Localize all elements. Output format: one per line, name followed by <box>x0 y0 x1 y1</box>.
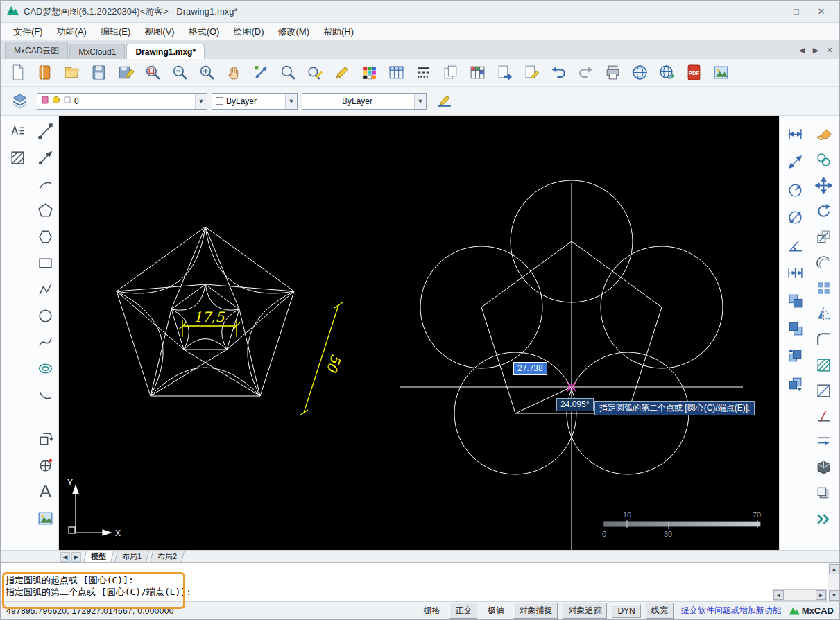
move-icon[interactable] <box>811 174 837 196</box>
offset-icon[interactable] <box>811 251 837 273</box>
rotate-icon[interactable] <box>811 200 837 222</box>
doc-tab-drawing1[interactable]: Drawing1.mxg* <box>126 44 205 59</box>
hatch-edit-icon[interactable] <box>811 354 837 376</box>
menu-help[interactable]: 帮助(H) <box>316 24 361 40</box>
zoom-out-icon[interactable] <box>166 62 193 84</box>
print-icon[interactable] <box>599 62 626 84</box>
toggle-grid[interactable]: 栅格 <box>418 603 445 618</box>
save-icon[interactable] <box>85 62 112 84</box>
draw-order-front-icon[interactable] <box>782 289 809 311</box>
new-file-icon[interactable] <box>4 62 31 84</box>
undo-icon[interactable] <box>545 62 572 84</box>
layout-tab-model[interactable]: 模型 <box>83 551 114 563</box>
copy-icon[interactable] <box>811 148 837 171</box>
arc-icon[interactable] <box>32 384 58 406</box>
dim-angular-icon[interactable] <box>782 234 809 256</box>
dim-diameter-icon[interactable] <box>782 206 809 228</box>
pan-icon[interactable] <box>221 62 247 84</box>
web-publish-icon[interactable] <box>626 62 653 84</box>
close-button[interactable]: ✕ <box>809 3 834 21</box>
toggle-otrack[interactable]: 对象追踪 <box>563 603 607 619</box>
layers-icon[interactable] <box>6 90 33 112</box>
insert-table-icon[interactable] <box>383 62 409 84</box>
array-icon[interactable] <box>811 277 837 299</box>
hatch-icon[interactable] <box>4 146 31 169</box>
scale-icon[interactable] <box>811 225 837 248</box>
trim-icon[interactable] <box>811 405 837 427</box>
maximize-button[interactable]: □ <box>784 3 809 21</box>
toggle-lineweight[interactable]: 线宽 <box>646 603 674 619</box>
toggle-polar[interactable]: 极轴 <box>482 603 508 618</box>
polygon-icon[interactable] <box>32 199 58 221</box>
construction-line-icon[interactable] <box>32 120 58 142</box>
drawing-canvas[interactable]: 17,5 50 <box>59 116 779 550</box>
dyn-distance-input[interactable]: 27.738 <box>513 362 547 375</box>
dim-linear-icon[interactable] <box>782 123 809 145</box>
text-style-icon[interactable] <box>4 120 31 142</box>
mirror-icon[interactable] <box>811 302 837 325</box>
explode-icon[interactable] <box>811 456 837 479</box>
layout-scroll-right-icon[interactable]: ▶ <box>71 552 81 562</box>
tab-close-icon[interactable]: ✕ <box>824 44 835 55</box>
linetype-list-icon[interactable] <box>410 62 436 84</box>
doc-tab-mxcloud1[interactable]: MxCloud1 <box>69 44 125 59</box>
inscribed-polygon-icon[interactable] <box>32 225 58 248</box>
menu-view[interactable]: 视图(V) <box>137 24 181 40</box>
erase-icon[interactable] <box>811 123 837 145</box>
doc-tab-mxcad-cloud[interactable]: MxCAD云图 <box>5 42 68 59</box>
redo-icon[interactable] <box>572 62 599 84</box>
text-icon[interactable] <box>32 481 58 503</box>
zoom-in-icon[interactable] <box>194 62 220 84</box>
arc-3point-icon[interactable] <box>32 173 58 195</box>
ray-icon[interactable] <box>32 146 58 169</box>
block-table-icon[interactable] <box>464 62 490 84</box>
zoom-extents-icon[interactable] <box>139 62 166 84</box>
block-edit-icon[interactable] <box>811 482 837 504</box>
copy-pages-icon[interactable] <box>437 62 463 84</box>
dropdown-arrow-icon[interactable]: ▼ <box>285 94 297 109</box>
toggle-osnap[interactable]: 对象捕捉 <box>513 603 558 619</box>
sketch-icon[interactable] <box>329 62 355 84</box>
web-sync-icon[interactable] <box>653 62 680 84</box>
color-select[interactable]: ByLayer ▼ <box>212 93 298 110</box>
spline-icon[interactable] <box>32 331 58 353</box>
minimize-button[interactable]: – <box>759 3 784 21</box>
toggle-dyn[interactable]: DYN <box>612 604 640 618</box>
export-file-icon[interactable] <box>491 62 517 84</box>
color-palette-icon[interactable] <box>356 62 382 84</box>
scroll-up-icon[interactable]: ▲ <box>829 564 839 574</box>
linetype-edit-icon[interactable] <box>431 90 457 112</box>
point-insert-icon[interactable] <box>32 454 58 476</box>
template-open-icon[interactable] <box>31 62 58 84</box>
draw-order-below-icon[interactable] <box>782 372 809 395</box>
tab-scroll-right-icon[interactable]: ▶ <box>810 44 821 55</box>
draw-order-above-icon[interactable] <box>782 345 809 367</box>
scale-view-icon[interactable] <box>248 62 274 84</box>
menu-file[interactable]: 文件(F) <box>6 24 50 40</box>
dropdown-arrow-icon[interactable]: ▼ <box>414 94 426 109</box>
export-pdf-icon[interactable]: PDF <box>680 62 707 84</box>
toggle-ortho[interactable]: 正交 <box>449 603 477 619</box>
menu-edit[interactable]: 编辑(E) <box>94 24 137 40</box>
menu-modify[interactable]: 修改(M) <box>271 24 316 40</box>
donut-icon[interactable] <box>32 357 58 379</box>
tab-scroll-left-icon[interactable]: ◀ <box>796 44 807 55</box>
dim-aligned-icon[interactable] <box>782 150 809 173</box>
feedback-link[interactable]: 提交软件问题或增加新功能 <box>678 603 784 618</box>
zoom-realtime-icon[interactable] <box>275 62 301 84</box>
layer-select[interactable]: 0 ▼ <box>37 93 207 110</box>
image-tool-icon[interactable] <box>32 507 58 529</box>
menu-draw[interactable]: 绘图(D) <box>226 24 271 40</box>
draw-order-back-icon[interactable] <box>782 317 809 339</box>
dim-continue-icon[interactable] <box>782 261 809 284</box>
zoom-object-icon[interactable] <box>302 62 328 84</box>
dim-radius-icon[interactable] <box>782 178 809 200</box>
open-file-icon[interactable] <box>58 62 85 84</box>
circle-icon[interactable] <box>32 304 58 327</box>
edit-page-icon[interactable] <box>518 62 545 84</box>
command-line-panel[interactable]: 指定圆弧的起点或 [圆心(C)]: 指定圆弧的第二个点或 [圆心(C)/端点(E… <box>1 562 839 601</box>
layout-tab-layout2[interactable]: 布局2 <box>150 551 185 563</box>
layout-scroll-left-icon[interactable]: ◀ <box>60 552 70 562</box>
insert-image-icon[interactable] <box>708 62 734 84</box>
dropdown-arrow-icon[interactable]: ▼ <box>195 94 207 109</box>
